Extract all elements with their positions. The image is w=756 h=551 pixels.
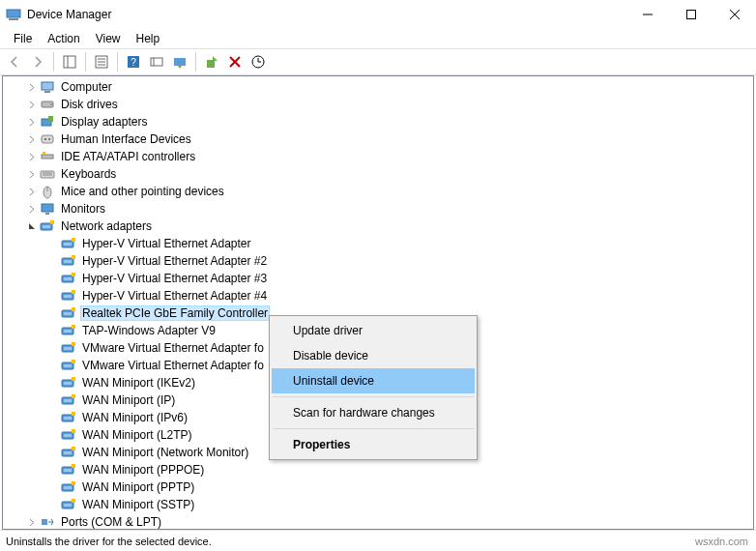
menu-file[interactable]: File [6, 30, 40, 47]
tree-category[interactable]: Computer [3, 78, 753, 96]
menu-bar: File Action View Help [0, 29, 756, 48]
toolbar-separator [195, 52, 196, 72]
forward-button[interactable] [27, 51, 48, 72]
expander-icon[interactable] [24, 218, 40, 234]
network-icon [61, 305, 76, 321]
ctx-separator [273, 396, 474, 397]
svg-rect-14 [151, 58, 162, 66]
status-text: Uninstalls the driver for the selected d… [6, 536, 212, 547]
network-icon [61, 323, 76, 338]
tree-category[interactable]: Mice and other pointing devices [3, 183, 753, 200]
device-label: Hyper-V Virtual Ethernet Adapter [80, 237, 253, 250]
ctx-separator [273, 428, 474, 429]
svg-rect-44 [72, 238, 75, 242]
toolbar-icon[interactable] [146, 51, 167, 72]
ctx-uninstall-device[interactable]: Uninstall device [272, 368, 475, 393]
expander-icon[interactable] [24, 201, 40, 217]
tree-category[interactable]: Display adapters [3, 113, 753, 130]
toolbar: ? [0, 48, 756, 75]
tree-category[interactable]: Network adapters [3, 218, 753, 235]
tree-item[interactable]: Hyper-V Virtual Ethernet Adapter [3, 235, 753, 252]
expander-icon[interactable] [24, 97, 40, 112]
tree-item[interactable]: WAN Miniport (PPPOE) [3, 461, 753, 478]
device-label: WAN Miniport (L2TP) [80, 428, 194, 442]
update-driver-icon[interactable] [169, 51, 190, 72]
disk-icon [40, 97, 55, 112]
expander-icon[interactable] [24, 131, 40, 147]
computer-icon [40, 79, 55, 95]
toolbar-separator [117, 52, 118, 72]
tree-category[interactable]: Keyboards [3, 165, 753, 183]
expander-icon[interactable] [24, 114, 40, 130]
tree-category[interactable]: Monitors [3, 200, 753, 218]
help-icon[interactable]: ? [123, 51, 144, 72]
network-icon [61, 410, 76, 425]
svg-rect-38 [45, 213, 49, 215]
back-button[interactable] [4, 51, 25, 72]
device-tree[interactable]: ComputerDisk drivesDisplay adaptersHuman… [3, 76, 753, 529]
svg-rect-0 [7, 10, 20, 17]
svg-text:?: ? [131, 57, 136, 68]
svg-rect-26 [48, 116, 53, 122]
category-label: Human Interface Devices [59, 132, 193, 146]
expander-icon[interactable] [24, 79, 40, 95]
svg-rect-21 [42, 82, 53, 90]
monitor-icon [40, 201, 55, 217]
tree-category[interactable]: Disk drives [3, 96, 753, 113]
uninstall-icon[interactable] [224, 51, 246, 72]
expander-icon[interactable] [24, 514, 40, 529]
ctx-scan-hardware[interactable]: Scan for hardware changes [272, 400, 475, 425]
svg-rect-70 [64, 399, 72, 402]
svg-rect-6 [64, 56, 75, 68]
expander-icon[interactable] [24, 149, 40, 164]
minimize-button[interactable] [625, 0, 669, 29]
svg-rect-31 [43, 152, 45, 155]
expander-icon[interactable] [24, 166, 40, 182]
ctx-update-driver[interactable]: Update driver [272, 318, 475, 343]
expander-icon[interactable] [24, 184, 40, 199]
menu-view[interactable]: View [88, 30, 129, 47]
device-label: Hyper-V Virtual Ethernet Adapter #2 [80, 254, 269, 268]
context-menu: Update driver Disable device Uninstall d… [269, 315, 478, 460]
category-label: Keyboards [59, 167, 118, 181]
properties-button[interactable] [91, 51, 112, 72]
network-icon [61, 392, 76, 408]
tree-item[interactable]: Hyper-V Virtual Ethernet Adapter #4 [3, 287, 753, 304]
status-bar: Uninstalls the driver for the selected d… [0, 530, 756, 551]
show-hide-button[interactable] [59, 51, 80, 72]
svg-rect-59 [72, 325, 75, 329]
tree-item[interactable]: WAN Miniport (PPTP) [3, 478, 753, 496]
category-label: Disk drives [59, 98, 120, 111]
tree-category[interactable]: Ports (COM & LPT) [3, 513, 753, 529]
tree-category[interactable]: Human Interface Devices [3, 130, 753, 148]
svg-rect-37 [42, 204, 53, 212]
maximize-button[interactable] [669, 0, 712, 29]
svg-rect-61 [64, 347, 72, 350]
tree-item[interactable]: Hyper-V Virtual Ethernet Adapter #2 [3, 252, 753, 270]
device-label: WAN Miniport (Network Monitor) [80, 446, 250, 459]
svg-rect-58 [64, 330, 72, 333]
scan-icon[interactable] [247, 51, 269, 72]
svg-point-28 [44, 138, 46, 140]
svg-rect-79 [64, 451, 72, 454]
enable-icon[interactable] [201, 51, 222, 72]
network-icon [61, 236, 76, 251]
device-label: WAN Miniport (IP) [80, 393, 177, 407]
tree-item[interactable]: Hyper-V Virtual Ethernet Adapter #3 [3, 270, 753, 287]
svg-rect-86 [72, 481, 75, 485]
svg-rect-56 [72, 307, 75, 311]
close-button[interactable] [712, 0, 756, 29]
tree-item[interactable]: WAN Miniport (SSTP) [3, 496, 753, 513]
ctx-disable-device[interactable]: Disable device [272, 343, 475, 368]
menu-action[interactable]: Action [40, 30, 87, 47]
svg-rect-68 [72, 377, 75, 381]
svg-point-24 [50, 103, 52, 105]
ctx-properties[interactable]: Properties [272, 432, 475, 457]
svg-rect-73 [64, 417, 72, 420]
svg-rect-67 [64, 382, 72, 385]
network-icon [61, 271, 76, 286]
menu-help[interactable]: Help [129, 30, 168, 47]
device-label: WAN Miniport (IKEv2) [80, 376, 197, 390]
tree-category[interactable]: IDE ATA/ATAPI controllers [3, 148, 753, 165]
svg-rect-80 [72, 447, 75, 450]
